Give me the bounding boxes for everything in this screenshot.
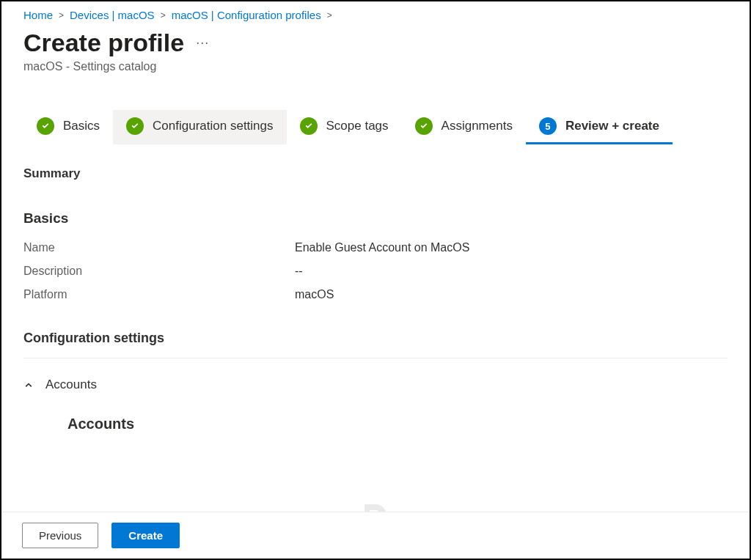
check-icon <box>300 117 318 135</box>
chevron-up-icon <box>23 380 34 390</box>
field-label: Description <box>23 265 295 278</box>
breadcrumb: Home > Devices | macOS > macOS | Configu… <box>1 1 750 21</box>
breadcrumb-devices[interactable]: Devices | macOS <box>70 9 155 21</box>
accordion-accounts[interactable]: Accounts <box>23 370 728 399</box>
chevron-right-icon: > <box>161 10 166 21</box>
breadcrumb-config-profiles[interactable]: macOS | Configuration profiles <box>172 9 321 21</box>
breadcrumb-home[interactable]: Home <box>23 9 53 21</box>
wizard-stepper: Basics Configuration settings Scope tags… <box>1 73 750 144</box>
step-scope-tags[interactable]: Scope tags <box>287 110 402 144</box>
accordion-subtitle: Accounts <box>67 416 728 432</box>
step-number-icon: 5 <box>539 117 557 135</box>
step-assignments[interactable]: Assignments <box>402 110 526 144</box>
step-label: Basics <box>63 119 100 133</box>
field-label: Name <box>23 241 295 254</box>
check-icon <box>415 117 433 135</box>
footer-actions: Previous Create <box>1 512 750 559</box>
step-label: Scope tags <box>326 119 389 133</box>
summary-heading: Summary <box>23 166 728 181</box>
step-basics[interactable]: Basics <box>23 110 113 144</box>
previous-button[interactable]: Previous <box>22 523 98 548</box>
step-label: Review + create <box>565 119 659 133</box>
chevron-right-icon: > <box>59 10 64 21</box>
check-icon <box>37 117 54 135</box>
field-value: macOS <box>295 288 334 301</box>
field-value: Enable Guest Account on MacOS <box>295 241 469 254</box>
step-review-create[interactable]: 5 Review + create <box>526 110 673 144</box>
step-label: Configuration settings <box>153 119 273 133</box>
config-settings-heading: Configuration settings <box>23 331 728 346</box>
chevron-right-icon: > <box>327 10 332 21</box>
field-name: Name Enable Guest Account on MacOS <box>23 241 728 254</box>
divider <box>23 358 728 358</box>
page-title: Create profile <box>23 29 184 57</box>
step-configuration-settings[interactable]: Configuration settings <box>113 110 286 144</box>
check-icon <box>126 117 144 135</box>
page-subtitle: macOS - Settings catalog <box>1 57 750 73</box>
field-label: Platform <box>23 288 295 301</box>
basics-heading: Basics <box>23 210 728 226</box>
field-platform: Platform macOS <box>23 288 728 301</box>
create-button[interactable]: Create <box>111 523 180 548</box>
step-label: Assignments <box>442 119 513 133</box>
page-header: Create profile ··· <box>1 21 750 57</box>
field-value: -- <box>295 265 303 278</box>
field-description: Description -- <box>23 265 728 278</box>
more-menu-icon[interactable]: ··· <box>196 35 209 51</box>
accordion-title: Accounts <box>45 377 97 392</box>
main-content: Summary Basics Name Enable Guest Account… <box>1 144 750 432</box>
